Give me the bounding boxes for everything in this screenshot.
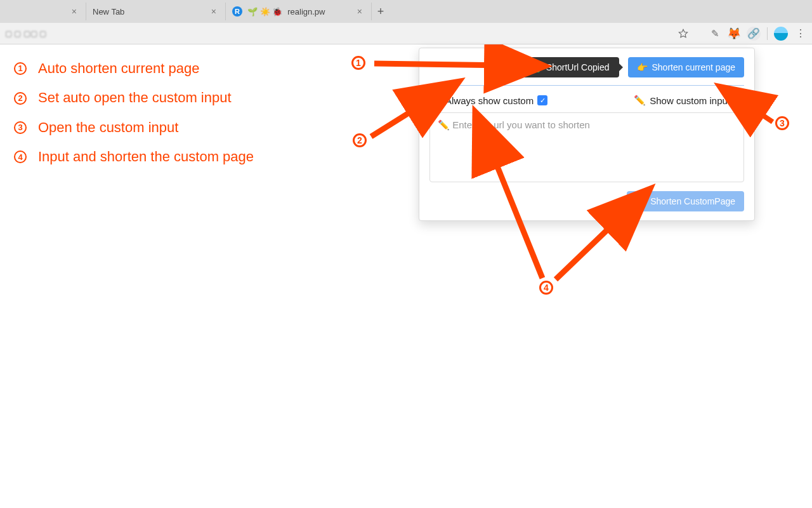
copied-toast: ✓ ShortUrl Copied — [522, 57, 620, 77]
option-label: Always show custom — [445, 95, 534, 106]
feature-item-1: 1 Auto shorten current page — [14, 60, 254, 77]
pencil-extension-icon[interactable]: ✎ — [709, 27, 721, 40]
checkbox-checked-icon[interactable]: ✓ — [537, 95, 547, 105]
toolbar-right: ✎ 🦊 🔗 ⋮ — [677, 27, 807, 41]
check-icon: ✓ — [530, 62, 540, 72]
show-custom-input-option[interactable]: ✏️ Show custom input ✓ — [634, 95, 744, 106]
browser-tab-newtab[interactable]: New Tab × — [86, 3, 226, 20]
feature-item-2: 2 Set auto open the custom input — [14, 90, 254, 106]
tab-title: New Tab — [93, 7, 124, 17]
close-icon[interactable]: × — [355, 6, 365, 17]
popup-header-row: ✓ ShortUrl Copied 👉 Shorten current page — [419, 48, 754, 85]
shorten-current-page-button[interactable]: 👉 Shorten current page — [628, 57, 744, 77]
extension-popup: ✓ ShortUrl Copied 👉 Shorten current page… — [419, 48, 755, 221]
checkbox-checked-icon[interactable]: ✓ — [734, 95, 744, 105]
feature-number: 1 — [14, 62, 27, 75]
toast-text: ShortUrl Copied — [546, 62, 610, 72]
input-placeholder: ✏️ Enter the url you want to shorten — [438, 119, 590, 130]
kebab-menu-icon[interactable]: ⋮ — [794, 27, 807, 40]
tab-title: realign.pw — [287, 7, 325, 17]
browser-tab-realign[interactable]: R 🌱 ☀️ 🐞 realign.pw × — [226, 3, 372, 20]
shortener-extension-icon[interactable]: 🔗 — [747, 27, 761, 41]
annotation-circle-2: 2 — [353, 133, 367, 147]
point-down-icon: 👇 — [636, 196, 646, 206]
gitlab-extension-icon[interactable]: 🦊 — [728, 27, 740, 40]
bookmark-star-icon[interactable] — [677, 27, 690, 40]
browser-toolbar: ▢ ▢ ▢▢ ▢ ✎ 🦊 🔗 ⋮ — [0, 23, 812, 44]
button-label: Shorten current page — [652, 62, 735, 72]
svg-line-1 — [371, 105, 422, 137]
toolbar-left-blurred: ▢ ▢ ▢▢ ▢ — [5, 29, 46, 38]
new-tab-button[interactable]: + — [372, 3, 390, 20]
pin-icon: 📌 — [429, 95, 442, 106]
tab-emoji: 🌱 ☀️ 🐞 — [247, 7, 282, 17]
toolbar-separator — [767, 27, 768, 40]
feature-item-3: 3 Open the custom input — [14, 119, 254, 136]
custom-url-input[interactable]: ✏️ Enter the url you want to shorten — [429, 112, 744, 182]
feature-number: 2 — [14, 92, 27, 105]
popup-options-row: 📌 Always show custom ✓ ✏️ Show custom in… — [419, 86, 754, 112]
annotation-circle-1: 1 — [351, 56, 365, 70]
button-label: Shorten CustomPage — [650, 196, 735, 206]
close-icon[interactable]: × — [69, 6, 79, 17]
popup-footer-row: 👇 Shorten CustomPage — [419, 182, 754, 211]
favicon-r-icon: R — [232, 6, 242, 17]
browser-tabstrip: × New Tab × R 🌱 ☀️ 🐞 realign.pw × + — [0, 0, 812, 23]
annotation-circle-4: 4 — [539, 281, 553, 295]
always-show-custom-option[interactable]: 📌 Always show custom ✓ — [429, 95, 547, 106]
feature-label: Auto shorten current page — [38, 60, 199, 77]
feature-label: Input and shorten the custom page — [38, 149, 254, 165]
point-right-icon: 👉 — [637, 62, 648, 72]
feature-item-4: 4 Input and shorten the custom page — [14, 149, 254, 165]
profile-avatar-icon[interactable] — [774, 27, 788, 41]
page-content: 1 Auto shorten current page 2 Set auto o… — [0, 44, 812, 508]
browser-tab-blank[interactable]: × — [4, 3, 86, 20]
option-label: Show custom input — [650, 95, 730, 106]
feature-label: Set auto open the custom input — [38, 90, 232, 106]
pencil-icon: ✏️ — [634, 95, 646, 106]
feature-number: 4 — [14, 150, 27, 163]
close-icon[interactable]: × — [209, 6, 219, 17]
feature-label: Open the custom input — [38, 119, 178, 136]
feature-number: 3 — [14, 121, 27, 134]
annotation-circle-3: 3 — [775, 116, 789, 130]
svg-line-4 — [556, 219, 619, 279]
shorten-custom-page-button[interactable]: 👇 Shorten CustomPage — [627, 191, 744, 211]
feature-list: 1 Auto shorten current page 2 Set auto o… — [14, 60, 254, 178]
